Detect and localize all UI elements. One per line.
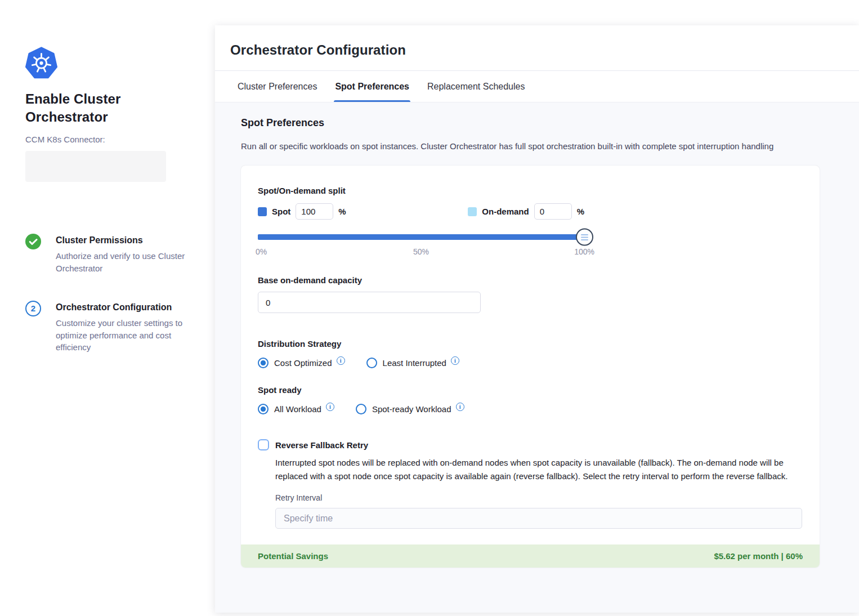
connector-name-redacted: [25, 151, 166, 182]
slider-track[interactable]: [258, 234, 584, 240]
slider-grip-icon: [581, 236, 588, 238]
ondemand-percent-group: On-demand %: [468, 203, 584, 220]
distribution-strategy-group: Distribution Strategy Cost Optimized Lea…: [258, 339, 803, 368]
radio-selected-icon[interactable]: [258, 404, 269, 414]
kubernetes-icon: [25, 47, 57, 79]
step-number-icon: 2: [25, 301, 41, 316]
tab-replacement-schedules[interactable]: Replacement Schedules: [426, 71, 526, 102]
step-orchestrator-configuration[interactable]: 2 Orchestrator Configuration Customize y…: [25, 301, 193, 354]
potential-savings-value: $5.62 per month | 60%: [714, 551, 803, 561]
info-icon[interactable]: [337, 356, 345, 365]
radio-selected-icon[interactable]: [258, 358, 269, 368]
step-label: Cluster Permissions: [56, 234, 193, 245]
connector-label: CCM K8s Connector:: [25, 135, 193, 144]
active-tab-underline: [334, 100, 410, 102]
spot-ready-label: Spot ready: [258, 385, 803, 395]
section-title: Spot Preferences: [241, 117, 820, 129]
wizard-stepper: Cluster Permissions Authorize and verify…: [25, 234, 193, 354]
slider-fill: [258, 234, 584, 240]
step-label: Orchestrator Configuration: [56, 301, 193, 313]
potential-savings-label: Potential Savings: [258, 551, 328, 561]
tab-bar: Cluster Preferences Spot Preferences Rep…: [215, 71, 859, 102]
radio-label: All Workload: [274, 404, 321, 414]
spot-split-slider[interactable]: [258, 234, 584, 240]
step-done-check-icon: [25, 234, 41, 249]
radio-cost-optimized[interactable]: Cost Optimized: [258, 358, 345, 368]
radio-label: Least Interrupted: [383, 358, 446, 368]
radio-spot-ready-workload[interactable]: Spot-ready Workload: [356, 404, 464, 414]
panel-header: Orchestrator Configuration: [215, 25, 859, 71]
radio-label: Cost Optimized: [274, 358, 332, 368]
info-icon[interactable]: [451, 356, 459, 365]
tab-label: Spot Preferences: [335, 82, 409, 92]
reverse-fallback-description: Interrupted spot nodes will be replaced …: [275, 456, 803, 483]
step-description: Customize your cluster settings to optim…: [56, 317, 193, 354]
tick-100: 100%: [574, 247, 594, 256]
page-title: Orchestrator Configuration: [230, 42, 842, 58]
split-label: Spot/On-demand split: [258, 186, 584, 195]
radio-unselected-icon[interactable]: [356, 404, 366, 414]
ondemand-color-swatch-icon: [468, 207, 477, 216]
info-icon[interactable]: [326, 403, 334, 411]
slider-tick-labels: 0% 50% 100%: [258, 247, 584, 257]
section-description: Run all or specific workloads on spot in…: [241, 141, 820, 151]
spot-preferences-card: Spot/On-demand split Spot % On-demand %: [241, 166, 820, 568]
spot-percent-group: Spot %: [258, 203, 346, 220]
tab-content: Spot Preferences Run all or specific wor…: [215, 102, 859, 613]
tick-0: 0%: [256, 247, 267, 256]
percent-sign: %: [338, 207, 346, 216]
spot-label: Spot: [272, 207, 290, 216]
retry-interval-input[interactable]: [275, 508, 802, 529]
potential-savings-bar: Potential Savings $5.62 per month | 60%: [241, 544, 820, 568]
tab-label: Cluster Preferences: [238, 82, 317, 92]
tick-50: 50%: [413, 247, 429, 256]
tab-spot-preferences[interactable]: Spot Preferences: [334, 71, 410, 102]
retry-interval-label: Retry Interval: [275, 493, 803, 502]
percent-sign: %: [577, 207, 584, 216]
radio-label: Spot-ready Workload: [372, 404, 451, 414]
info-icon[interactable]: [456, 403, 464, 411]
tab-label: Replacement Schedules: [427, 82, 525, 92]
radio-all-workload[interactable]: All Workload: [258, 404, 334, 414]
step-cluster-permissions[interactable]: Cluster Permissions Authorize and verify…: [25, 234, 193, 275]
base-capacity-input[interactable]: [258, 292, 481, 313]
distribution-strategy-label: Distribution Strategy: [258, 339, 803, 349]
spot-color-swatch-icon: [258, 207, 267, 216]
slider-handle[interactable]: [576, 229, 593, 246]
wizard-title: Enable Cluster Orchestrator: [25, 90, 158, 126]
reverse-fallback-checkbox[interactable]: [258, 439, 269, 450]
radio-least-interrupted[interactable]: Least Interrupted: [366, 358, 459, 368]
spot-percent-input[interactable]: [296, 203, 333, 220]
radio-unselected-icon[interactable]: [366, 358, 377, 368]
spot-ondemand-split: Spot/On-demand split Spot % On-demand %: [258, 186, 584, 257]
reverse-fallback-label: Reverse Fallback Retry: [275, 440, 368, 450]
wizard-sidebar: Enable Cluster Orchestrator CCM K8s Conn…: [0, 0, 215, 616]
base-ondemand-capacity: Base on-demand capacity: [258, 275, 803, 313]
orchestrator-configuration-panel: Orchestrator Configuration Cluster Prefe…: [215, 25, 859, 613]
ondemand-label: On-demand: [482, 207, 529, 216]
step-description: Authorize and verify to use Cluster Orch…: [56, 250, 193, 275]
reverse-fallback-section: Reverse Fallback Retry Interrupted spot …: [258, 439, 803, 529]
ondemand-percent-input[interactable]: [534, 203, 572, 220]
tab-cluster-preferences[interactable]: Cluster Preferences: [236, 71, 318, 102]
spot-ready-group: Spot ready All Workload Spot-ready Workl…: [258, 385, 803, 414]
base-capacity-label: Base on-demand capacity: [258, 275, 803, 285]
